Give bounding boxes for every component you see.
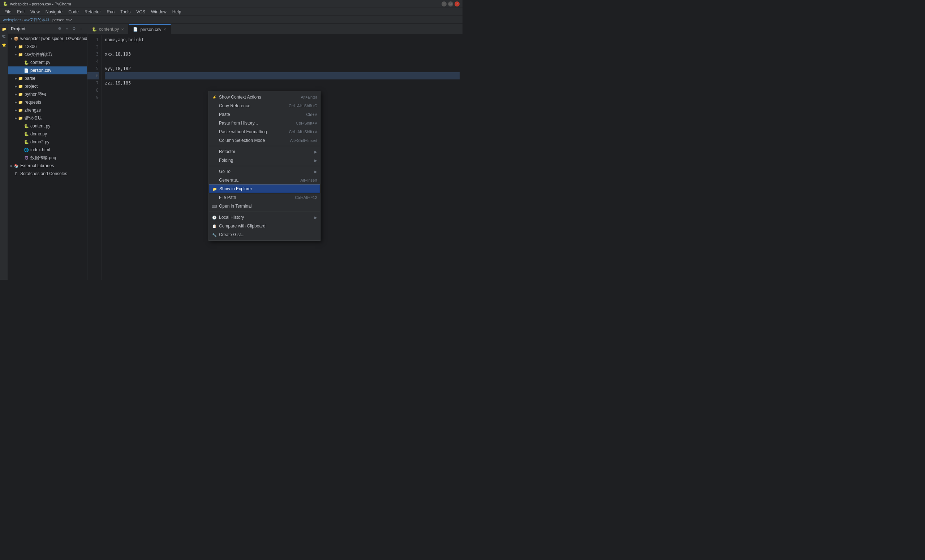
breadcrumb-part-1[interactable]: webspider [3,18,21,22]
ctx-label-local-history: Local History [219,215,244,220]
ctx-left-show-explorer: 📁 Show in Explorer [212,186,252,191]
project-icon[interactable]: 📁 [0,25,8,33]
arrow-12306: ▶ [14,44,18,49]
tree-item-scratches[interactable]: 🗒 Scratches and Consoles [8,170,87,178]
ctx-icon-goto [212,169,217,174]
menubar-item-view[interactable]: View [27,8,43,16]
expand-icon[interactable]: ≡ [64,26,70,32]
close-button[interactable]: ✕ [455,2,459,6]
breadcrumb-part-2[interactable]: csv文件的读取 [24,17,50,23]
ctx-goto[interactable]: Go To ▶ [209,167,320,176]
folder-icon-webspider: 📦 [14,36,19,41]
ctx-local-history[interactable]: 🕐 Local History ▶ [209,213,320,222]
ctx-left-paste-history: Paste from History... [212,121,258,126]
menubar-item-code[interactable]: Code [65,8,82,16]
project-header-icons: ⚙ ≡ ⚙ − [57,26,84,32]
tree-item-zhengze[interactable]: ▶ 📁 zhengze [8,106,87,114]
tree-item-12306[interactable]: ▶ 📁 12306 [8,43,87,51]
ctx-label-refactor: Refactor [219,149,235,154]
tab-content-py[interactable]: 🐍 content.py ✕ [87,24,129,34]
tab-close-person-csv[interactable]: ✕ [163,27,166,32]
menubar-item-run[interactable]: Run [104,8,118,16]
ctx-shortcut-colmode: Alt+Shift+Insert [290,138,317,143]
tree-label-project: project [24,84,38,89]
titlebar-controls: ─ □ ✕ [441,2,459,6]
menubar-item-edit[interactable]: Edit [14,8,27,16]
ctx-sep-1 [209,146,320,146]
tree-label-ext-libs: External Libraries [20,163,54,168]
structure-icon[interactable]: 🏗 [0,33,8,41]
ctx-left-copy-ref: Copy Reference [212,103,250,108]
ctx-show-in-explorer[interactable]: 📁 Show in Explorer [209,185,320,193]
tree-label-person-csv: person.csv [30,68,51,73]
ctx-folding[interactable]: Folding ▶ [209,156,320,165]
tree-label-python: python爬虫 [24,92,46,98]
ctx-shortcut-paste-noformat: Ctrl+Alt+Shift+V [289,130,317,134]
ctx-left-show-context: ⚡ Show Context Actions [212,95,261,100]
tree-item-webspider[interactable]: ▼ 📦 webspider [web spider] D:\webspider [8,35,87,43]
tree-item-python[interactable]: ▶ 📁 python爬虫 [8,90,87,98]
ctx-icon-terminal: ⌨ [212,204,217,209]
ctx-shortcut-paste-history: Ctrl+Shift+V [296,121,317,125]
ctx-copy-reference[interactable]: Copy Reference Ctrl+Alt+Shift+C [209,101,320,110]
menubar-item-refactor[interactable]: Refactor [82,8,104,16]
tree-item-domo2[interactable]: 🐍 domo2.py [8,138,87,146]
arrow-requests: ▶ [14,100,18,104]
ctx-left-refactor: Refactor [212,149,235,154]
code-text-5: yyy,18,182 [105,65,131,72]
ctx-icon-show-explorer: 📁 [212,186,217,191]
menubar-item-help[interactable]: Help [169,8,184,16]
code-text-3: xxx,18,193 [105,51,131,58]
ctx-column-mode[interactable]: Column Selection Mode Alt+Shift+Insert [209,136,320,145]
tree-item-csv-folder[interactable]: ▼ 📁 csv文件的读取 [8,51,87,59]
tree-item-ext-libs[interactable]: ▶ 📚 External Libraries [8,162,87,170]
ctx-arrow-folding: ▶ [314,159,317,162]
collapse-icon[interactable]: − [78,26,84,32]
menubar-item-tools[interactable]: Tools [118,8,133,16]
tree-item-data-png[interactable]: 🖼 数据传输.png [8,154,87,162]
tree-item-index[interactable]: 🌐 index.html [8,146,87,154]
tree-item-content-py[interactable]: 🐍 content.py [8,59,87,66]
ctx-paste[interactable]: Paste Ctrl+V [209,110,320,119]
ctx-arrow-refactor: ▶ [314,150,317,154]
tab-icon-content-py: 🐍 [92,27,97,32]
menubar-item-vcs[interactable]: VCS [133,8,148,16]
folder-icon-requests: 📁 [18,100,23,105]
ctx-paste-no-format[interactable]: Paste without Formatting Ctrl+Alt+Shift+… [209,128,320,136]
arrow-content-py [20,60,24,65]
tree-label-data-png: 数据传输.png [30,155,56,161]
tree-item-domo[interactable]: 🐍 domo.py [8,130,87,138]
ctx-refactor[interactable]: Refactor ▶ [209,147,320,156]
settings-icon[interactable]: ⚙ [71,26,77,32]
ctx-paste-history[interactable]: Paste from History... Ctrl+Shift+V [209,119,320,128]
ctx-create-gist[interactable]: 🔧 Create Gist... [209,230,320,239]
arrow-zhengze: ▶ [14,108,18,112]
minimize-button[interactable]: ─ [441,2,447,6]
tree-item-project[interactable]: ▶ 📁 project [8,82,87,90]
file-icon-domo: 🐍 [24,131,29,137]
menubar-item-window[interactable]: Window [148,8,169,16]
tab-person-csv[interactable]: 📄 person.csv ✕ [129,24,171,34]
ctx-show-context-actions[interactable]: ⚡ Show Context Actions Alt+Enter [209,93,320,101]
ctx-icon-colmode [212,138,217,143]
sync-icon[interactable]: ⚙ [57,26,63,32]
tree-item-parse[interactable]: ▶ 📁 parse [8,74,87,82]
favorites-icon[interactable]: ⭐ [0,41,8,48]
arrow-webspider: ▼ [9,36,14,41]
tree-item-requests[interactable]: ▶ 📁 requests [8,98,87,106]
arrow-index [20,148,24,152]
menubar-item-file[interactable]: File [2,8,14,16]
tree-item-person-csv[interactable]: 📄 person.csv [8,66,87,74]
ctx-label-gist: Create Gist... [219,232,245,237]
ctx-open-terminal[interactable]: ⌨ Open in Terminal [209,202,320,210]
tree-item-qingqiu[interactable]: ▶ 📁 请求模块 [8,114,87,122]
menubar-item-navigate[interactable]: Navigate [43,8,65,16]
titlebar-title: webspider - person.csv - PyCharm [10,2,71,6]
ctx-label-copy-ref: Copy Reference [219,103,250,108]
maximize-button[interactable]: □ [448,2,453,6]
tab-close-content-py[interactable]: ✕ [121,27,124,32]
ctx-compare-clipboard[interactable]: 📋 Compare with Clipboard [209,222,320,230]
ctx-file-path[interactable]: File Path Ctrl+Alt+F12 [209,193,320,202]
ctx-generate[interactable]: Generate... Alt+Insert [209,176,320,185]
tree-item-content2[interactable]: 🐍 content.py [8,122,87,130]
